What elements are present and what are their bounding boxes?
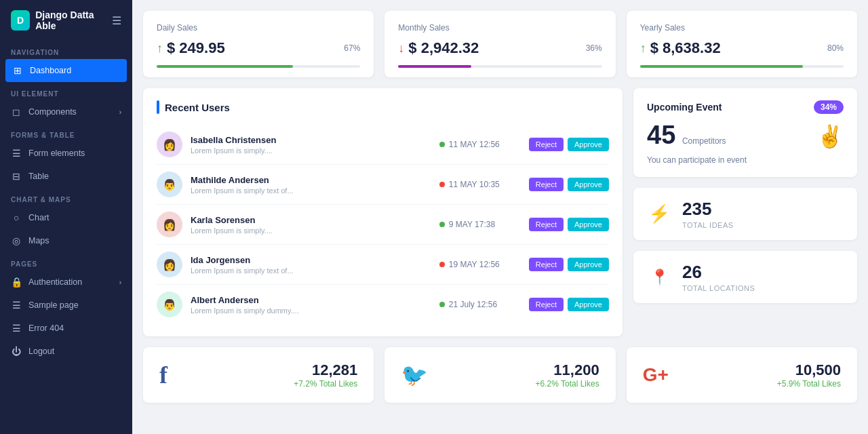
reject-button[interactable]: Reject (529, 258, 564, 271)
sidebar-item-table[interactable]: ⊟ Table (0, 165, 132, 188)
sidebar-item-label: Form elements (28, 149, 121, 158)
yearly-sales-card: Yearly Sales ↑ $ 8,638.32 80% (627, 11, 857, 77)
user-info: Isabella Christensen Lorem Ipsum is simp… (191, 135, 431, 155)
locations-number: 26 (682, 262, 755, 283)
section-accent (157, 100, 159, 114)
users-list: 👩 Isabella Christensen Lorem Ipsum is si… (157, 125, 609, 324)
nav-section-navigation: NAVIGATION (0, 41, 132, 59)
user-name: Karla Sorensen (191, 215, 431, 225)
yearly-sales-title: Yearly Sales (640, 23, 844, 33)
location-icon: 📍 (647, 269, 671, 286)
google-growth: +5.9% Total Likes (777, 379, 841, 389)
sidebar-item-label: Logout (28, 347, 121, 356)
reject-button[interactable]: Reject (529, 178, 564, 191)
event-badge: 34% (814, 100, 844, 114)
facebook-card: f 12,281 +7.2% Total Likes (143, 347, 374, 403)
arrow-up-icon: ↑ (157, 41, 163, 56)
reject-button[interactable]: Reject (529, 298, 564, 311)
user-actions: Reject Approve (529, 218, 609, 231)
approve-button[interactable]: Approve (568, 178, 609, 191)
sidebar-item-maps[interactable]: ◎ Maps (0, 229, 132, 252)
sidebar-item-form-elements[interactable]: ☰ Form elements (0, 142, 132, 165)
facebook-info: 12,281 +7.2% Total Likes (294, 361, 357, 389)
google-count: 10,500 (777, 361, 841, 379)
user-desc: Lorem Ipsum is simply dummy.... (191, 307, 431, 315)
sidebar-brand: D Django Datta Able (11, 9, 112, 31)
status-dot (439, 302, 445, 307)
user-date: 11 MAY 12:56 (439, 140, 521, 149)
monthly-sales-card: Monthly Sales ↓ $ 2,942.32 36% (384, 11, 615, 77)
avatar: 👩 (157, 252, 182, 277)
reject-button[interactable]: Reject (529, 218, 564, 231)
status-dot (439, 262, 445, 267)
user-row: 👩 Karla Sorensen Lorem Ipsum is simply..… (157, 205, 609, 245)
daily-sales-title: Daily Sales (157, 23, 360, 33)
maps-icon: ◎ (11, 235, 22, 246)
status-dot (439, 222, 445, 227)
sidebar-item-label: Sample page (28, 300, 121, 310)
social-row: f 12,281 +7.2% Total Likes 🐦 11,200 +6.2… (143, 347, 857, 403)
user-name: Ida Jorgensen (191, 255, 431, 265)
user-row: 👨 Mathilde Andersen Lorem Ipsum is simpl… (157, 165, 609, 205)
brand-logo: D (11, 10, 30, 31)
sidebar-item-chart[interactable]: ○ Chart (0, 206, 132, 229)
chevron-right-icon: › (119, 279, 121, 286)
sidebar-item-dashboard[interactable]: ⊞ Dashboard (5, 59, 127, 82)
components-icon: ◻ (11, 106, 22, 117)
user-actions: Reject Approve (529, 298, 609, 311)
sidebar-item-authentication[interactable]: 🔒 Authentication › (0, 271, 132, 294)
table-icon: ⊟ (11, 171, 22, 182)
chart-icon: ○ (11, 212, 22, 223)
section-header: Recent Users (157, 100, 609, 114)
sidebar: D Django Datta Able ☰ NAVIGATION ⊞ Dashb… (0, 0, 132, 434)
user-desc: Lorem Ipsum is simply text of... (191, 267, 431, 275)
twitter-growth: +6.2% Total Likes (535, 379, 599, 389)
locations-label: TOTAL LOCATIONS (682, 284, 755, 292)
sidebar-toggle[interactable]: ☰ (112, 14, 121, 27)
daily-sales-progress (157, 65, 360, 68)
lock-icon: 🔒 (11, 277, 22, 288)
recent-users-card: Recent Users 👩 Isabella Christensen Lore… (143, 88, 623, 336)
monthly-sales-title: Monthly Sales (398, 23, 601, 33)
right-col: Upcoming Event 34% 45 Competitors ✌️ You… (633, 88, 857, 336)
user-date: 21 July 12:56 (439, 300, 521, 309)
sidebar-header: D Django Datta Able ☰ (0, 0, 132, 41)
sidebar-item-error-404[interactable]: ☰ Error 404 (0, 317, 132, 340)
sidebar-item-label: Components (28, 107, 113, 117)
locations-info: 26 TOTAL LOCATIONS (682, 262, 755, 292)
dashboard-icon: ⊞ (12, 65, 23, 76)
approve-button[interactable]: Approve (568, 298, 609, 311)
sidebar-item-logout[interactable]: ⏻ Logout (0, 340, 132, 363)
sidebar-item-components[interactable]: ◻ Components › (0, 100, 132, 123)
sidebar-item-label: Chart (28, 213, 121, 222)
user-info: Albert Andersen Lorem Ipsum is simply du… (191, 295, 431, 315)
top-cards-row: Daily Sales ↑ $ 249.95 67% Monthly Sales… (143, 11, 857, 77)
yearly-sales-percent: 80% (827, 43, 844, 53)
user-actions: Reject Approve (529, 138, 609, 151)
section-title: Recent Users (165, 102, 230, 113)
approve-button[interactable]: Approve (568, 258, 609, 271)
approve-button[interactable]: Approve (568, 138, 609, 151)
sidebar-item-sample-page[interactable]: ☰ Sample page (0, 294, 132, 317)
user-date: 9 MAY 17:38 (439, 220, 521, 229)
twitter-icon: 🐦 (401, 362, 428, 388)
user-row: 👨 Albert Andersen Lorem Ipsum is simply … (157, 285, 609, 324)
reject-button[interactable]: Reject (529, 138, 564, 151)
error-icon: ☰ (11, 323, 22, 334)
daily-sales-percent: 67% (344, 43, 360, 53)
event-competitors: Competitors (682, 136, 726, 146)
avatar: 👩 (157, 212, 182, 237)
sidebar-item-label: Dashboard (30, 66, 120, 75)
facebook-growth: +7.2% Total Likes (294, 379, 357, 389)
approve-button[interactable]: Approve (568, 218, 609, 231)
yearly-sales-progress (640, 65, 844, 68)
twitter-card: 🐦 11,200 +6.2% Total Likes (384, 347, 615, 403)
user-desc: Lorem Ipsum is simply.... (191, 226, 431, 235)
user-desc: Lorem Ipsum is simply text of... (191, 186, 431, 195)
user-row: 👩 Isabella Christensen Lorem Ipsum is si… (157, 125, 609, 165)
status-dot (439, 142, 445, 147)
arrow-up-icon: ↑ (640, 41, 646, 56)
total-ideas-card: ⚡ 235 TOTAL IDEAS (633, 188, 857, 240)
user-date: 11 MAY 10:35 (439, 180, 521, 189)
user-desc: Lorem Ipsum is simply.... (191, 146, 431, 155)
